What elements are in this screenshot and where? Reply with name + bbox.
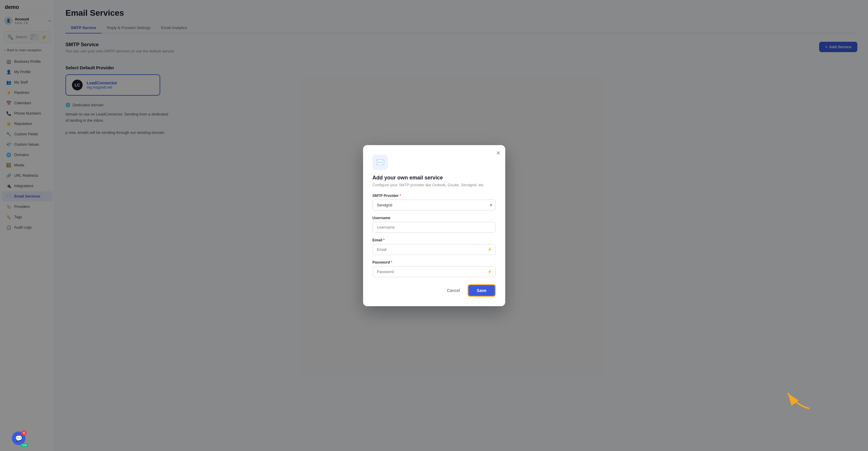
modal-footer: Cancel Save [373, 284, 496, 297]
modal-close-button[interactable]: ✕ [496, 150, 500, 156]
save-button[interactable]: Save [468, 284, 496, 297]
email-validate-icon: ⚡ [487, 247, 492, 252]
modal-subtitle: Configure your SMTP provider like Outloo… [373, 183, 496, 187]
username-group: Username [373, 216, 496, 233]
username-input[interactable] [373, 222, 496, 233]
modal-overlay: ✕ ✉️ Add your own email service Configur… [0, 0, 868, 451]
email-input-wrap: ⚡ [373, 244, 496, 255]
smtp-provider-group: SMTP Provider * Sendgrid Mailgun Outlook… [373, 194, 496, 211]
password-toggle-icon[interactable]: ⚡ [487, 269, 492, 274]
cancel-button[interactable]: Cancel [443, 284, 464, 297]
password-group: Password * ⚡ [373, 260, 496, 277]
email-label: Email * [373, 238, 496, 242]
username-label: Username [373, 216, 496, 220]
smtp-provider-select-wrap: Sendgrid Mailgun Outlook GSuite Other ▾ [373, 200, 496, 211]
password-label: Password * [373, 260, 496, 264]
required-indicator: * [391, 260, 393, 264]
required-indicator: * [400, 194, 401, 198]
email-input[interactable] [373, 244, 496, 255]
required-indicator: * [383, 238, 385, 242]
modal-icon-wrap: ✉️ [373, 155, 388, 170]
smtp-provider-select[interactable]: Sendgrid Mailgun Outlook GSuite Other [373, 200, 496, 211]
smtp-provider-label: SMTP Provider * [373, 194, 496, 198]
email-icon: ✉️ [376, 158, 385, 166]
password-input-wrap: ⚡ [373, 266, 496, 277]
password-input[interactable] [373, 266, 496, 277]
email-group: Email * ⚡ [373, 238, 496, 255]
chat-badge: 6 [21, 430, 27, 436]
chat-new-badge: new [21, 443, 28, 447]
modal-title: Add your own email service [373, 175, 496, 181]
chat-bubble[interactable]: 💬 6 new [12, 431, 26, 445]
add-email-service-modal: ✕ ✉️ Add your own email service Configur… [363, 145, 505, 306]
